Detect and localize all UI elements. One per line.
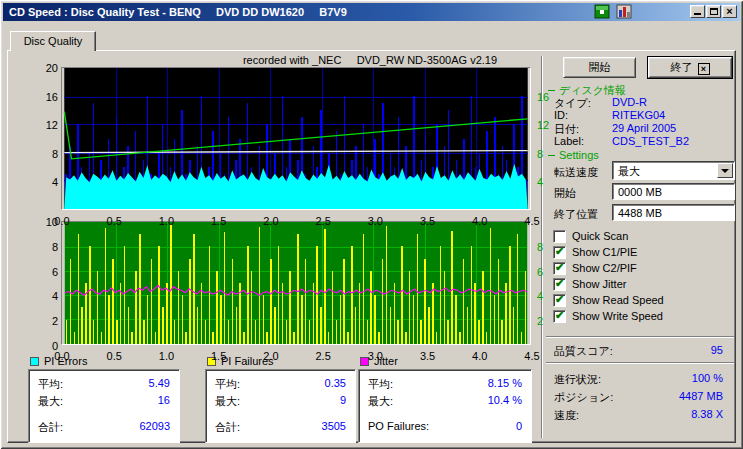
axis-tick-label: 10 bbox=[26, 216, 58, 228]
chevron-down-icon bbox=[721, 169, 729, 173]
stat-row: PO Failures:0 bbox=[368, 420, 522, 433]
stat-row: 最大:9 bbox=[215, 394, 346, 407]
axis-tick-label: 6 bbox=[26, 266, 58, 278]
stat-label: 最大: bbox=[368, 394, 393, 409]
checkbox-label: Show C1/PIE bbox=[572, 246, 637, 258]
axis-tick-label: 1.0 bbox=[151, 215, 181, 227]
stat-row: 平均:0.35 bbox=[215, 377, 346, 390]
speed-value: 8.38 X bbox=[620, 408, 723, 420]
checkbox-quick-scan[interactable]: Quick Scan bbox=[553, 230, 628, 244]
position-value: 4487 MB bbox=[620, 390, 723, 402]
checkbox-label: Show C2/PIF bbox=[572, 262, 637, 274]
disc-label-value: CDS_TEST_B2 bbox=[612, 135, 689, 147]
axis-tick-label: 4 bbox=[26, 290, 58, 302]
stat-value: 5.49 bbox=[149, 377, 170, 389]
axis-tick-label: 3.0 bbox=[360, 215, 390, 227]
position-label: ポジション: bbox=[554, 390, 613, 405]
checkbox-show-write-speed[interactable]: ✔Show Write Speed bbox=[553, 310, 663, 324]
maximize-button[interactable] bbox=[706, 5, 721, 18]
selected-option: 最大 bbox=[618, 164, 640, 179]
disc-icon[interactable] bbox=[594, 4, 610, 21]
exit-x-icon: × bbox=[698, 63, 710, 75]
stat-value: 0 bbox=[516, 420, 522, 432]
checkbox-show-c2-pif[interactable]: ✔Show C2/PIF bbox=[553, 262, 637, 276]
axis-tick-label: 2 bbox=[537, 315, 563, 327]
disc-icon-glyph bbox=[594, 4, 610, 19]
stat-value: 16 bbox=[158, 394, 170, 406]
stat-row: 合計:62093 bbox=[38, 420, 170, 433]
maximize-icon bbox=[710, 8, 718, 15]
start-position-field[interactable]: 0000 MB bbox=[612, 183, 735, 200]
axis-tick-label: 2.0 bbox=[256, 350, 286, 362]
speed-label: 速度: bbox=[554, 408, 579, 423]
axis-tick-label: 2.0 bbox=[256, 215, 286, 227]
stat-row: 平均:5.49 bbox=[38, 377, 170, 390]
tab-disc-quality[interactable]: Disc Quality bbox=[10, 31, 96, 51]
close-button[interactable]: × bbox=[722, 5, 737, 18]
quality-score-label: 品質スコア: bbox=[554, 344, 613, 359]
end-position-field[interactable]: 4488 MB bbox=[612, 204, 735, 221]
separator bbox=[546, 336, 734, 338]
progress-label: 進行状況: bbox=[554, 372, 601, 387]
dropdown-button[interactable] bbox=[717, 163, 733, 178]
stat-value: 62093 bbox=[139, 420, 170, 432]
pi-failures-jitter-chart bbox=[61, 221, 531, 345]
axis-tick-label: 1.5 bbox=[204, 350, 234, 362]
stat-value: 0.35 bbox=[325, 377, 346, 389]
checkbox-show-jitter[interactable]: ✔Show Jitter bbox=[553, 278, 626, 292]
axis-tick-label: 4.0 bbox=[465, 350, 495, 362]
axis-tick-label: 16 bbox=[537, 91, 563, 103]
checkbox-show-read-speed[interactable]: ✔Show Read Speed bbox=[553, 294, 664, 308]
axis-tick-label: 2.5 bbox=[308, 215, 338, 227]
axis-tick-label: 3.5 bbox=[413, 215, 443, 227]
minimize-button[interactable] bbox=[690, 5, 705, 18]
stat-value: 8.15 % bbox=[488, 377, 522, 389]
stat-label: 最大: bbox=[215, 394, 240, 409]
axis-tick-label: 4.5 bbox=[517, 350, 547, 362]
checkbox-show-c1-pie[interactable]: ✔Show C1/PIE bbox=[553, 246, 637, 260]
checkbox-box[interactable]: ✔ bbox=[553, 278, 566, 291]
axis-tick-label: 4 bbox=[537, 290, 563, 302]
pi-errors-swatch-icon bbox=[30, 357, 39, 366]
stat-label: 合計: bbox=[38, 420, 63, 435]
stat-label: 合計: bbox=[215, 420, 240, 435]
window-title: CD Speed : Disc Quality Test - BENQ DVD … bbox=[9, 3, 347, 21]
axis-tick-label: 8 bbox=[537, 148, 563, 160]
exit-label: 終了 bbox=[671, 61, 693, 73]
checkmark-icon: ✔ bbox=[555, 277, 564, 290]
axis-tick-label: 2.5 bbox=[308, 350, 338, 362]
separator bbox=[546, 362, 734, 364]
chart-icon[interactable] bbox=[616, 4, 632, 21]
disc-id-value: RITEKG04 bbox=[612, 109, 665, 121]
stat-label: PO Failures: bbox=[368, 420, 429, 432]
stat-value: 3505 bbox=[322, 420, 346, 432]
disc-date-value: 29 April 2005 bbox=[612, 122, 676, 134]
stat-value: 9 bbox=[340, 394, 346, 406]
axis-tick-label: 4.0 bbox=[465, 215, 495, 227]
titlebar[interactable]: CD Speed : Disc Quality Test - BENQ DVD … bbox=[3, 3, 740, 21]
stat-label: 平均: bbox=[38, 377, 63, 392]
axis-tick-label: 20 bbox=[26, 62, 58, 74]
axis-tick-label: 3.5 bbox=[413, 350, 443, 362]
checkbox-label: Show Jitter bbox=[572, 278, 626, 290]
progress-value: 100 % bbox=[620, 372, 723, 384]
stat-label: 平均: bbox=[368, 377, 393, 392]
checkbox-label: Show Write Speed bbox=[572, 310, 663, 322]
axis-tick-label: 16 bbox=[26, 91, 58, 103]
axis-tick-label: 1.0 bbox=[151, 350, 181, 362]
axis-tick-label: 2 bbox=[26, 315, 58, 327]
minimize-icon bbox=[694, 13, 701, 15]
chart-icon-glyph bbox=[616, 4, 632, 19]
axis-tick-label: 12 bbox=[537, 119, 563, 131]
start-button[interactable]: 開始 bbox=[563, 57, 636, 78]
axis-tick-label: 4 bbox=[26, 176, 58, 188]
transfer-speed-select[interactable]: 最大 bbox=[612, 161, 735, 180]
exit-button[interactable]: 終了× bbox=[648, 57, 732, 78]
app-window: CD Speed : Disc Quality Test - BENQ DVD … bbox=[0, 0, 743, 449]
section-title: Settings bbox=[559, 149, 599, 161]
close-icon: × bbox=[723, 6, 736, 17]
axis-tick-label: 0.5 bbox=[99, 350, 129, 362]
axis-tick-label: 8 bbox=[26, 241, 58, 253]
stat-row: 最大:16 bbox=[38, 394, 170, 407]
section-title: ディスク情報 bbox=[559, 84, 626, 96]
